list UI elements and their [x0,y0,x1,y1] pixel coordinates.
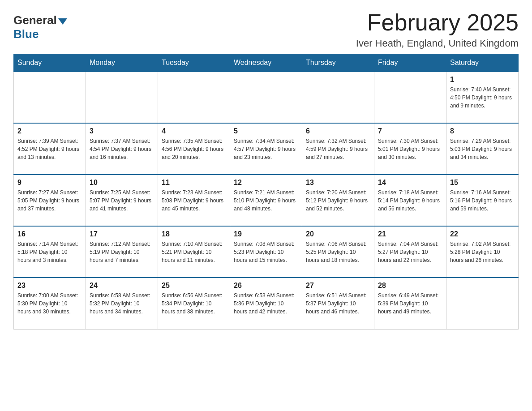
calendar-cell: 12Sunrise: 7:21 AM Sunset: 5:10 PM Dayli… [230,175,302,226]
day-number: 18 [162,230,226,238]
day-info: Sunrise: 7:02 AM Sunset: 5:28 PM Dayligh… [450,240,515,264]
day-info: Sunrise: 7:34 AM Sunset: 4:57 PM Dayligh… [234,137,298,161]
day-number: 1 [450,76,515,84]
day-info: Sunrise: 7:16 AM Sunset: 5:16 PM Dayligh… [450,188,515,213]
calendar-cell: 9Sunrise: 7:27 AM Sunset: 5:05 PM Daylig… [14,175,86,226]
week-row-2: 2Sunrise: 7:39 AM Sunset: 4:52 PM Daylig… [14,123,519,175]
calendar-cell: 27Sunrise: 6:51 AM Sunset: 5:37 PM Dayli… [302,278,374,329]
calendar-cell: 2Sunrise: 7:39 AM Sunset: 4:52 PM Daylig… [14,123,86,175]
calendar-cell: 24Sunrise: 6:58 AM Sunset: 5:32 PM Dayli… [86,278,158,329]
calendar-cell: 1Sunrise: 7:40 AM Sunset: 4:50 PM Daylig… [446,72,519,123]
day-info: Sunrise: 7:08 AM Sunset: 5:23 PM Dayligh… [234,240,298,264]
calendar-cell: 21Sunrise: 7:04 AM Sunset: 5:27 PM Dayli… [374,226,446,278]
day-info: Sunrise: 6:51 AM Sunset: 5:37 PM Dayligh… [306,291,370,316]
day-info: Sunrise: 7:06 AM Sunset: 5:25 PM Dayligh… [306,240,370,264]
title-block: February 2025 Iver Heath, England, Unite… [356,9,519,49]
calendar-cell: 5Sunrise: 7:34 AM Sunset: 4:57 PM Daylig… [230,123,302,175]
day-info: Sunrise: 7:23 AM Sunset: 5:08 PM Dayligh… [162,188,226,213]
day-info: Sunrise: 7:30 AM Sunset: 5:01 PM Dayligh… [378,137,442,161]
day-info: Sunrise: 7:35 AM Sunset: 4:56 PM Dayligh… [162,137,226,161]
day-number: 25 [162,282,226,290]
calendar-cell: 15Sunrise: 7:16 AM Sunset: 5:16 PM Dayli… [446,175,519,226]
calendar-cell: 10Sunrise: 7:25 AM Sunset: 5:07 PM Dayli… [86,175,158,226]
logo-blue-text: Blue [13,27,39,41]
day-number: 3 [90,127,154,135]
calendar-cell [86,72,158,123]
calendar-cell: 19Sunrise: 7:08 AM Sunset: 5:23 PM Dayli… [230,226,302,278]
week-row-1: 1Sunrise: 7:40 AM Sunset: 4:50 PM Daylig… [14,72,519,123]
day-info: Sunrise: 6:49 AM Sunset: 5:39 PM Dayligh… [378,291,442,316]
day-number: 10 [90,179,154,187]
day-info: Sunrise: 7:20 AM Sunset: 5:12 PM Dayligh… [306,188,370,213]
day-info: Sunrise: 7:37 AM Sunset: 4:54 PM Dayligh… [90,137,154,161]
week-row-3: 9Sunrise: 7:27 AM Sunset: 5:05 PM Daylig… [14,175,519,226]
day-number: 4 [162,127,226,135]
day-info: Sunrise: 7:32 AM Sunset: 4:59 PM Dayligh… [306,137,370,161]
weekday-header-saturday: Saturday [446,54,519,72]
weekday-header-tuesday: Tuesday [158,54,230,72]
day-number: 28 [378,282,442,290]
calendar-cell: 28Sunrise: 6:49 AM Sunset: 5:39 PM Dayli… [374,278,446,329]
calendar-cell: 3Sunrise: 7:37 AM Sunset: 4:54 PM Daylig… [86,123,158,175]
day-number: 21 [378,230,442,238]
day-number: 5 [234,127,298,135]
day-info: Sunrise: 7:18 AM Sunset: 5:14 PM Dayligh… [378,188,442,213]
calendar-cell: 8Sunrise: 7:29 AM Sunset: 5:03 PM Daylig… [446,123,519,175]
day-number: 19 [234,230,298,238]
day-number: 7 [378,127,442,135]
day-number: 24 [90,282,154,290]
month-title: February 2025 [356,9,519,36]
calendar-cell: 20Sunrise: 7:06 AM Sunset: 5:25 PM Dayli… [302,226,374,278]
day-number: 23 [17,282,82,290]
calendar-cell: 18Sunrise: 7:10 AM Sunset: 5:21 PM Dayli… [158,226,230,278]
day-info: Sunrise: 7:27 AM Sunset: 5:05 PM Dayligh… [17,188,82,213]
day-number: 6 [306,127,370,135]
weekday-header-thursday: Thursday [302,54,374,72]
weekday-header-sunday: Sunday [14,54,86,72]
weekday-header-wednesday: Wednesday [230,54,302,72]
day-info: Sunrise: 7:40 AM Sunset: 4:50 PM Dayligh… [450,86,515,110]
page-header: General Blue February 2025 Iver Heath, E… [13,9,519,49]
day-number: 15 [450,179,515,187]
week-row-4: 16Sunrise: 7:14 AM Sunset: 5:18 PM Dayli… [14,226,519,278]
day-info: Sunrise: 7:39 AM Sunset: 4:52 PM Dayligh… [17,137,82,161]
logo-general-text: General [13,13,57,27]
weekday-header-row: SundayMondayTuesdayWednesdayThursdayFrid… [14,54,519,72]
day-number: 16 [17,230,82,238]
day-info: Sunrise: 7:10 AM Sunset: 5:21 PM Dayligh… [162,240,226,264]
day-info: Sunrise: 6:53 AM Sunset: 5:36 PM Dayligh… [234,291,298,316]
calendar-cell [230,72,302,123]
calendar-cell: 17Sunrise: 7:12 AM Sunset: 5:19 PM Dayli… [86,226,158,278]
calendar-cell: 7Sunrise: 7:30 AM Sunset: 5:01 PM Daylig… [374,123,446,175]
calendar-cell [158,72,230,123]
day-info: Sunrise: 7:14 AM Sunset: 5:18 PM Dayligh… [17,240,82,264]
day-number: 14 [378,179,442,187]
day-info: Sunrise: 7:12 AM Sunset: 5:19 PM Dayligh… [90,240,154,264]
week-row-5: 23Sunrise: 7:00 AM Sunset: 5:30 PM Dayli… [14,278,519,329]
day-number: 2 [17,127,82,135]
day-number: 17 [90,230,154,238]
day-info: Sunrise: 7:04 AM Sunset: 5:27 PM Dayligh… [378,240,442,264]
weekday-header-monday: Monday [86,54,158,72]
calendar-cell: 6Sunrise: 7:32 AM Sunset: 4:59 PM Daylig… [302,123,374,175]
day-info: Sunrise: 7:00 AM Sunset: 5:30 PM Dayligh… [17,291,82,316]
day-number: 11 [162,179,226,187]
day-number: 20 [306,230,370,238]
day-number: 9 [17,179,82,187]
day-info: Sunrise: 7:25 AM Sunset: 5:07 PM Dayligh… [90,188,154,213]
day-info: Sunrise: 7:21 AM Sunset: 5:10 PM Dayligh… [234,188,298,213]
day-info: Sunrise: 6:58 AM Sunset: 5:32 PM Dayligh… [90,291,154,316]
day-info: Sunrise: 7:29 AM Sunset: 5:03 PM Dayligh… [450,137,515,161]
calendar-cell: 16Sunrise: 7:14 AM Sunset: 5:18 PM Dayli… [14,226,86,278]
calendar-cell [302,72,374,123]
calendar-cell [14,72,86,123]
calendar-cell: 26Sunrise: 6:53 AM Sunset: 5:36 PM Dayli… [230,278,302,329]
logo-arrow-icon [58,18,67,25]
calendar-cell: 13Sunrise: 7:20 AM Sunset: 5:12 PM Dayli… [302,175,374,226]
location-subtitle: Iver Heath, England, United Kingdom [356,38,519,49]
calendar-cell [446,278,519,329]
calendar-cell: 25Sunrise: 6:56 AM Sunset: 5:34 PM Dayli… [158,278,230,329]
calendar-cell: 4Sunrise: 7:35 AM Sunset: 4:56 PM Daylig… [158,123,230,175]
logo: General Blue [13,13,67,41]
day-number: 22 [450,230,515,238]
